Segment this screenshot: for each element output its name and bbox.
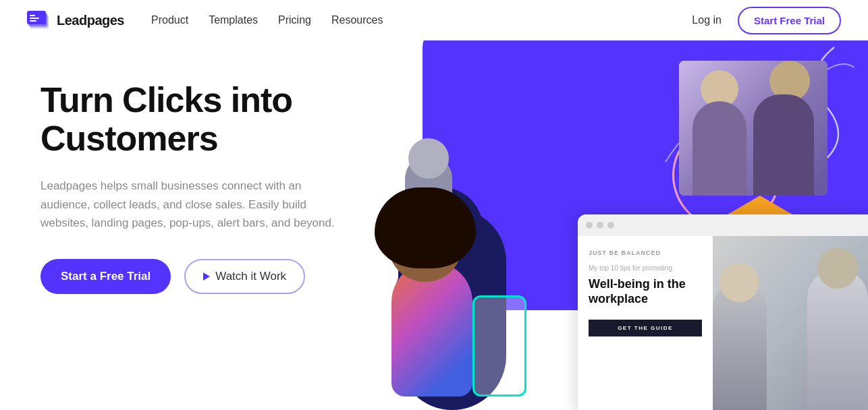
gray-figure-head	[408, 138, 449, 179]
nav-pricing[interactable]: Pricing	[278, 14, 311, 26]
yoga-image	[713, 236, 868, 410]
hero-left: Turn Clicks into Customers Leadpages hel…	[0, 40, 391, 410]
hero-title: Turn Clicks into Customers	[40, 81, 364, 158]
hero-buttons: Start a Free Trial Watch it Work	[40, 259, 364, 294]
yoga-person-1-head	[817, 248, 858, 289]
browser-subtext: My top 10 tips for promoting	[589, 264, 702, 272]
browser-dot-3	[607, 222, 614, 229]
hero-section: Turn Clicks into Customers Leadpages hel…	[0, 40, 868, 410]
person-silhouette-2	[753, 94, 814, 196]
woman-hair	[375, 187, 476, 268]
people-meeting-image	[679, 61, 828, 196]
browser-bar	[578, 214, 868, 236]
svg-rect-3	[30, 15, 35, 16]
browser-cta-button[interactable]: Get the Guide	[589, 320, 702, 336]
svg-rect-4	[30, 18, 39, 19]
yoga-person-2-head	[720, 263, 759, 302]
browser-mockup: Just Be Balanced My top 10 tips for prom…	[578, 214, 868, 410]
hero-illustration: Just Be Balanced My top 10 tips for prom…	[391, 40, 868, 410]
browser-tag: Just Be Balanced	[589, 250, 702, 256]
play-icon	[203, 272, 210, 281]
login-link[interactable]: Log in	[692, 14, 722, 26]
woman-torso	[391, 262, 472, 397]
browser-dot-1	[586, 222, 593, 229]
browser-right-panel	[713, 236, 868, 410]
logo-text: Leadpages	[57, 13, 124, 28]
browser-heading: Well-being in the workplace	[589, 277, 702, 306]
browser-left-panel: Just Be Balanced My top 10 tips for prom…	[578, 236, 713, 410]
phone-mockup	[472, 295, 526, 397]
nav-templates[interactable]: Templates	[209, 14, 258, 26]
nav-resources[interactable]: Resources	[331, 14, 383, 26]
nav-product[interactable]: Product	[151, 14, 188, 26]
hero-subtitle: Leadpages helps small businesses connect…	[40, 177, 351, 232]
watch-it-work-button[interactable]: Watch it Work	[184, 259, 305, 294]
start-free-trial-button[interactable]: Start Free Trial	[738, 7, 841, 34]
start-free-trial-hero-button[interactable]: Start a Free Trial	[40, 259, 171, 294]
logo[interactable]: Leadpages	[27, 8, 124, 32]
browser-content: Just Be Balanced My top 10 tips for prom…	[578, 236, 868, 410]
nav-links: Product Templates Pricing Resources	[151, 14, 383, 26]
svg-rect-5	[30, 20, 36, 22]
navbar: Leadpages Product Templates Pricing Reso…	[0, 0, 868, 40]
nav-right: Log in Start Free Trial	[692, 7, 841, 34]
browser-dot-2	[597, 222, 603, 229]
leadpages-logo-icon	[27, 8, 51, 32]
yoga-person-1	[807, 268, 868, 410]
watch-it-work-label: Watch it Work	[215, 270, 286, 283]
person-silhouette-1	[693, 101, 747, 196]
